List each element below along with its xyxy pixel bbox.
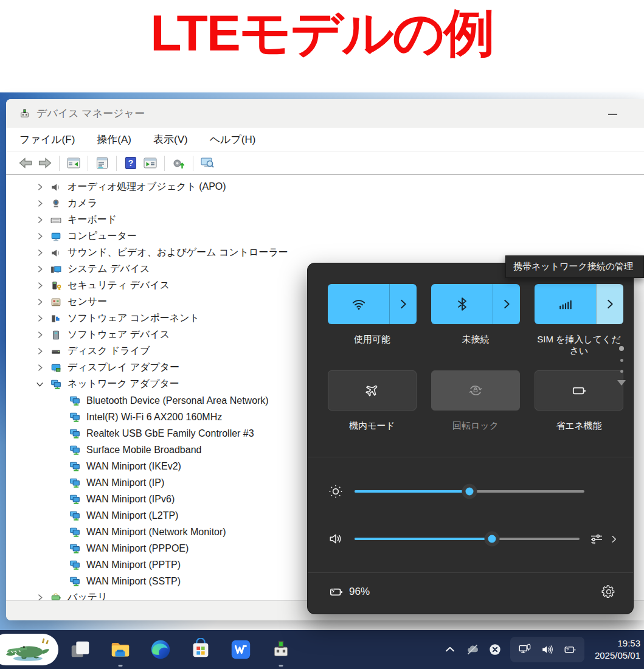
cellular-toggle[interactable] xyxy=(535,284,623,324)
tree-item-label: ディスク ドライブ xyxy=(68,345,150,358)
chevron-collapsed-icon[interactable] xyxy=(35,231,45,241)
chevron-collapsed-icon[interactable] xyxy=(35,313,45,324)
battery-device-icon xyxy=(50,592,61,601)
menu-item-action[interactable]: 操作(A) xyxy=(97,133,131,147)
bluetooth-toggle[interactable] xyxy=(431,284,520,324)
tree-item-label: WAN Miniport (Network Monitor) xyxy=(86,527,226,538)
wifi-toggle-main[interactable] xyxy=(328,284,389,324)
tooltip-text: 携帯ネットワーク接続の管理 xyxy=(513,261,633,272)
software-device-icon xyxy=(50,330,61,341)
action-pane-icon xyxy=(143,156,158,170)
wps-office-icon xyxy=(229,638,252,661)
taskbar-apps xyxy=(68,630,293,669)
chevron-right-icon xyxy=(397,298,409,310)
tree-item-label: ディスプレイ アダプター xyxy=(68,361,179,374)
task-view-taskbar-button[interactable] xyxy=(68,630,92,669)
chevron-collapsed-icon[interactable] xyxy=(35,592,45,601)
volume-slider-thumb[interactable] xyxy=(484,532,499,547)
menu-bar: ファイル(F)操作(A)表示(V)ヘルプ(H) xyxy=(6,128,644,151)
chevron-collapsed-icon[interactable] xyxy=(35,182,45,192)
chevron-collapsed-icon[interactable] xyxy=(35,215,45,225)
network-adapter-icon xyxy=(69,477,80,488)
chevron-expanded-icon[interactable] xyxy=(35,379,45,389)
store-taskbar-button[interactable] xyxy=(189,630,213,669)
airplane-toggle[interactable] xyxy=(328,370,417,411)
wifi-toggle[interactable] xyxy=(328,284,417,324)
edge-taskbar-button[interactable] xyxy=(148,630,173,669)
network-adapter-icon xyxy=(69,445,80,456)
file-explorer-taskbar-button[interactable] xyxy=(108,630,133,669)
tree-item[interactable]: コンピューター xyxy=(6,228,644,244)
page-dot-icon xyxy=(620,359,623,362)
crocodile-widget-icon xyxy=(1,636,52,664)
tree-item-label: ソフトウェア コンポーネント xyxy=(68,312,199,325)
update-driver-button[interactable] xyxy=(169,154,189,172)
tree-item-label: WAN Miniport (SSTP) xyxy=(86,576,181,587)
system-device-icon xyxy=(50,264,61,275)
console-tree-button[interactable] xyxy=(64,154,83,172)
tray-icon-group[interactable] xyxy=(510,637,584,662)
tree-item[interactable]: オーディオ処理オブジェクト (APO) xyxy=(6,179,644,195)
bluetooth-icon xyxy=(454,296,470,312)
chevron-collapsed-icon[interactable] xyxy=(35,297,45,307)
menu-item-view[interactable]: 表示(V) xyxy=(153,133,188,147)
tree-item-label: ネットワーク アダプター xyxy=(68,378,179,390)
properties-button[interactable] xyxy=(92,154,112,172)
toolbar-separator xyxy=(116,156,117,171)
cellular-expand-button[interactable] xyxy=(596,284,623,324)
bluetooth-toggle-main[interactable] xyxy=(431,284,493,324)
camera-icon xyxy=(50,198,61,209)
status-x-icon[interactable] xyxy=(488,642,502,657)
onedrive-offline-icon[interactable] xyxy=(465,642,480,657)
audio-output-picker-icon[interactable] xyxy=(589,532,604,546)
chevron-collapsed-icon[interactable] xyxy=(35,346,45,356)
bluetooth-expand-button[interactable] xyxy=(493,284,520,324)
chevron-right-icon[interactable] xyxy=(609,535,618,544)
help-button[interactable]: ? xyxy=(121,154,140,172)
tree-item-label: ソフトウェア デバイス xyxy=(68,328,170,341)
wifi-expand-button[interactable] xyxy=(389,284,417,324)
battery-charging-icon xyxy=(328,584,344,600)
action-pane-button[interactable] xyxy=(140,154,160,172)
tree-item[interactable]: カメラ xyxy=(6,195,644,212)
taskbar-clock[interactable]: 19:532025/05/01 xyxy=(595,637,640,662)
back-arrow-button[interactable] xyxy=(16,154,35,172)
chevron-collapsed-icon[interactable] xyxy=(35,280,45,291)
chevron-collapsed-icon[interactable] xyxy=(35,330,45,340)
chevron-collapsed-icon[interactable] xyxy=(35,264,45,274)
brightness-slider[interactable] xyxy=(355,490,584,493)
quick-tile: 使用可能 xyxy=(328,284,417,356)
chevron-collapsed-icon[interactable] xyxy=(35,362,45,373)
settings-gear-icon[interactable] xyxy=(601,584,616,599)
chevron-up-icon[interactable] xyxy=(443,642,457,657)
volume-row xyxy=(328,525,618,553)
widgets-button[interactable] xyxy=(0,634,58,665)
device-manager-taskbar-button[interactable] xyxy=(269,630,293,669)
divider xyxy=(308,457,633,457)
security-device-icon xyxy=(50,280,61,291)
tree-item-label: Bluetooth Device (Personal Area Network) xyxy=(86,395,269,406)
page-banner: LTEモデルの例 xyxy=(0,0,644,92)
expand-arrow-icon[interactable] xyxy=(617,380,626,386)
brightness-slider-thumb[interactable] xyxy=(462,484,477,499)
tree-item-label: セキュリティ デバイス xyxy=(68,279,170,292)
menu-item-help[interactable]: ヘルプ(H) xyxy=(210,133,256,147)
cellular-toggle-main[interactable] xyxy=(535,284,596,324)
chevron-collapsed-icon[interactable] xyxy=(35,248,45,258)
toolbar-separator xyxy=(59,156,60,171)
battery-saver-toggle[interactable] xyxy=(535,370,623,411)
chevron-collapsed-icon[interactable] xyxy=(35,198,45,209)
menu-item-file[interactable]: ファイル(F) xyxy=(19,133,75,147)
tree-item[interactable]: キーボード xyxy=(6,212,644,228)
brightness-row xyxy=(328,477,584,505)
tree-item-label: システム デバイス xyxy=(68,263,150,276)
minimize-button[interactable] xyxy=(608,114,617,115)
volume-slider[interactable] xyxy=(355,538,580,540)
scan-hardware-button[interactable] xyxy=(198,154,217,172)
brightness-icon xyxy=(328,484,344,499)
window-titlebar[interactable]: デバイス マネージャー xyxy=(6,99,644,128)
wps-office-taskbar-button[interactable] xyxy=(229,630,253,669)
speaker-tray-icon xyxy=(540,642,555,657)
forward-arrow-button[interactable] xyxy=(35,154,55,172)
page-dot-icon xyxy=(619,346,624,351)
